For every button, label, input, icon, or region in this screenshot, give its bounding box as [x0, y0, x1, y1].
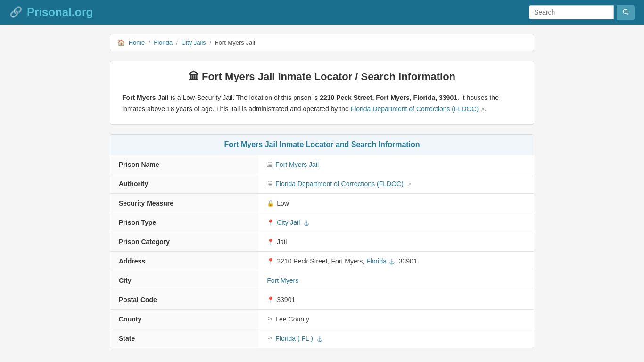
- row-label: Prison Category: [110, 232, 258, 251]
- cell-icon: 📍: [267, 219, 274, 226]
- table-row: Security Measure🔒Low: [110, 193, 534, 213]
- logo-icon: 🔗: [9, 6, 22, 18]
- row-label: Prison Type: [110, 213, 258, 232]
- breadcrumb-home[interactable]: Home: [129, 39, 145, 46]
- row-value: 📍Jail: [258, 232, 534, 251]
- title-prison-icon: 🏛: [189, 71, 199, 82]
- cell-link[interactable]: Florida Department of Corrections (FLDOC…: [275, 180, 404, 188]
- hash-icon: ⚓: [388, 259, 395, 264]
- hash-icon: ⚓: [315, 336, 323, 342]
- table-row: County🏳Lee County: [110, 309, 534, 329]
- info-section: Fort Myers Jail Inmate Locator and Searc…: [110, 134, 534, 348]
- row-value: 📍City Jail ⚓: [258, 213, 534, 232]
- address-pin-icon: 📍: [267, 258, 274, 265]
- table-row: Authority🏛Florida Department of Correcti…: [110, 174, 534, 193]
- table-row: Address📍2210 Peck Street, Fort Myers, Fl…: [110, 251, 534, 271]
- row-label: City: [110, 271, 258, 290]
- breadcrumb-city-jails[interactable]: City Jails: [182, 39, 206, 46]
- row-value: 📍2210 Peck Street, Fort Myers, Florida⚓,…: [258, 251, 534, 271]
- desc-part1: is a Low-Security Jail. The location of …: [169, 94, 320, 101]
- cell-icon: 📍: [267, 239, 274, 246]
- cell-text: Jail: [277, 238, 287, 246]
- cell-link[interactable]: Florida ( FL ): [275, 335, 313, 342]
- breadcrumb: 🏠 Home / Florida / City Jails / Fort Mye…: [110, 34, 534, 51]
- logo-main: Prisonal: [27, 6, 72, 18]
- cell-icon: 🏛: [267, 181, 273, 188]
- cell-icon: 🏳: [267, 316, 273, 323]
- row-value: 🏛Florida Department of Corrections (FLDO…: [258, 174, 534, 193]
- breadcrumb-florida[interactable]: Florida: [154, 39, 173, 46]
- row-value: 🏳Lee County: [258, 309, 534, 329]
- row-label: Address: [110, 251, 258, 271]
- row-value: 🏳Florida ( FL ) ⚓: [258, 329, 534, 348]
- cell-text: 33901: [277, 296, 295, 304]
- table-row: State🏳Florida ( FL ) ⚓: [110, 329, 534, 348]
- authority-link[interactable]: Florida Department of Corrections (FLDOC…: [351, 105, 479, 113]
- cell-link[interactable]: Fort Myers: [267, 277, 298, 284]
- cell-icon: 🏛: [267, 161, 273, 168]
- logo-text: Prisonal.org: [27, 6, 93, 19]
- table-row: Prison Name🏛Fort Myers Jail: [110, 155, 534, 174]
- row-value: Fort Myers: [258, 271, 534, 290]
- search-button[interactable]: [617, 5, 635, 20]
- page-title: 🏛 Fort Myers Jail Inmate Locator / Searc…: [122, 71, 522, 83]
- row-label: Prison Name: [110, 155, 258, 174]
- prison-name-bold: Fort Myers Jail: [122, 94, 169, 101]
- cell-icon: 🔒: [267, 200, 274, 207]
- row-value: 🏛Fort Myers Jail: [258, 155, 534, 174]
- address-bold: 2210 Peck Street, Fort Myers, Florida, 3…: [320, 94, 457, 101]
- row-value: 🔒Low: [258, 193, 534, 213]
- home-icon: 🏠: [117, 39, 125, 46]
- svg-line-1: [627, 13, 628, 14]
- row-label: Authority: [110, 174, 258, 193]
- breadcrumb-current: Fort Myers Jail: [215, 39, 255, 46]
- cell-link[interactable]: City Jail: [277, 219, 300, 226]
- search-icon: [622, 8, 629, 15]
- info-section-header: Fort Myers Jail Inmate Locator and Searc…: [110, 135, 534, 155]
- page-title-area: 🏛 Fort Myers Jail Inmate Locator / Searc…: [110, 61, 534, 125]
- external-link-icon: ↗: [480, 107, 484, 112]
- search-area: [529, 5, 635, 20]
- state-link[interactable]: Florida: [366, 257, 387, 265]
- page-title-text: Fort Myers Jail Inmate Locator / Search …: [202, 71, 455, 82]
- search-input[interactable]: [529, 5, 614, 19]
- cell-text: Lee County: [275, 315, 309, 323]
- table-row: Postal Code📍33901: [110, 290, 534, 309]
- logo-tld: org: [74, 6, 93, 18]
- row-label: Security Measure: [110, 193, 258, 213]
- cell-icon: 🏳: [267, 335, 273, 342]
- table-row: Prison Category📍Jail: [110, 232, 534, 251]
- cell-icon: 📍: [267, 296, 274, 304]
- table-row: Prison Type📍City Jail ⚓: [110, 213, 534, 232]
- row-label: State: [110, 329, 258, 348]
- row-label: Postal Code: [110, 290, 258, 309]
- info-table: Prison Name🏛Fort Myers JailAuthority🏛Flo…: [110, 155, 534, 348]
- external-icon: ↗: [405, 181, 411, 187]
- header: 🔗 Prisonal.org: [0, 0, 644, 25]
- cell-text: Low: [277, 199, 289, 207]
- description: Fort Myers Jail is a Low-Security Jail. …: [122, 92, 522, 115]
- svg-point-0: [623, 9, 627, 13]
- row-value: 📍33901: [258, 290, 534, 309]
- main-container: 🏠 Home / Florida / City Jails / Fort Mye…: [105, 34, 539, 348]
- hash-icon: ⚓: [302, 220, 310, 226]
- desc-end: .: [484, 105, 486, 113]
- cell-link[interactable]: Fort Myers Jail: [275, 161, 319, 168]
- logo-area: 🔗 Prisonal.org: [9, 6, 93, 19]
- table-row: CityFort Myers: [110, 271, 534, 290]
- row-label: County: [110, 309, 258, 329]
